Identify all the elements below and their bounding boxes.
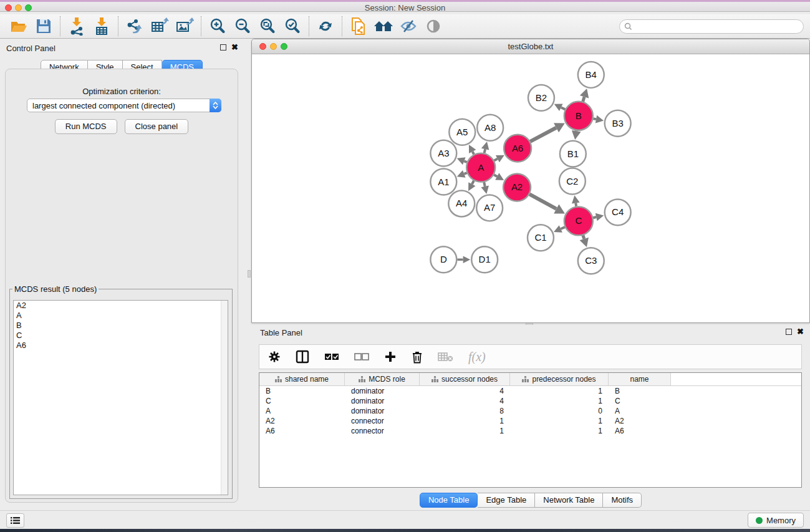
mcds-result-item[interactable]: A <box>14 311 228 321</box>
table-cell[interactable]: 1 <box>510 387 609 395</box>
mcds-result-item[interactable]: B <box>14 321 228 331</box>
zoom-in-icon[interactable] <box>205 16 230 37</box>
save-session-icon[interactable] <box>31 16 56 37</box>
open-file-icon[interactable] <box>6 16 31 37</box>
table-cell[interactable]: dominator <box>345 397 420 405</box>
tab-motifs[interactable]: Motifs <box>603 493 642 508</box>
search-input[interactable] <box>635 22 803 31</box>
zoom-fit-icon[interactable] <box>255 16 280 37</box>
clone-network-icon[interactable] <box>346 16 371 37</box>
import-table-icon[interactable] <box>89 16 114 37</box>
table-cell[interactable]: A <box>609 407 671 415</box>
mcds-result-item[interactable]: A6 <box>14 341 228 351</box>
table-cell[interactable]: A6 <box>609 427 671 435</box>
unselect-all-columns-icon[interactable] <box>354 353 369 361</box>
edge-A-A7[interactable] <box>484 182 485 186</box>
delete-table-icon[interactable] <box>438 352 453 362</box>
table-cell[interactable]: A2 <box>609 417 671 425</box>
table-settings-icon[interactable] <box>268 351 281 363</box>
table-cell[interactable]: 1 <box>510 427 609 435</box>
table-cell[interactable]: B <box>259 387 345 395</box>
close-panel-button[interactable]: Close panel <box>125 119 189 134</box>
table-cell[interactable]: 1 <box>420 427 510 435</box>
criterion-dropdown[interactable]: largest connected component (directed) <box>27 99 221 112</box>
mcds-result-item[interactable]: C <box>14 331 228 341</box>
function-builder-icon[interactable]: f(x) <box>468 350 486 364</box>
home-icon[interactable] <box>371 16 396 37</box>
table-cell[interactable]: C <box>259 397 345 405</box>
edge-A2-C[interactable] <box>529 194 556 208</box>
edge-B-B3[interactable] <box>593 118 596 119</box>
table-cell[interactable]: A2 <box>259 417 345 425</box>
table-cell[interactable]: B <box>609 387 671 395</box>
export-network-icon[interactable] <box>122 16 147 37</box>
edge-A-A5[interactable] <box>473 152 474 154</box>
table-cell[interactable]: A <box>259 407 345 415</box>
table-row[interactable]: Bdominator41B <box>259 386 801 396</box>
tab-network-table[interactable]: Network Table <box>535 493 603 508</box>
column-header-predecessor-nodes[interactable]: predecessor nodes <box>510 373 609 385</box>
zoom-out-icon[interactable] <box>230 16 255 37</box>
search-box[interactable] <box>619 19 804 34</box>
column-header-MCDS-role[interactable]: MCDS role <box>345 373 420 385</box>
memory-button[interactable]: Memory <box>748 513 804 528</box>
table-row[interactable]: Cdominator41C <box>259 396 801 406</box>
node-table[interactable]: shared nameMCDS rolesuccessor nodesprede… <box>259 372 802 488</box>
edge-A-A8[interactable] <box>485 149 485 153</box>
network-graph[interactable]: AA1A3A5A8A4A7A6A2BB2B4B3B1CC2C4C1C3DD1 <box>253 54 809 322</box>
edge-A-A1[interactable] <box>464 173 467 174</box>
table-cell[interactable]: connector <box>345 427 420 435</box>
mcds-result-list[interactable]: A2ABCA6 <box>13 300 228 495</box>
import-network-icon[interactable] <box>64 16 89 37</box>
edge-A-A2[interactable] <box>494 175 497 177</box>
table-cell[interactable]: connector <box>345 417 420 425</box>
table-row[interactable]: Adominator80A <box>259 406 801 416</box>
column-header-successor-nodes[interactable]: successor nodes <box>420 373 510 385</box>
edge-A-A3[interactable] <box>464 161 467 162</box>
table-cell[interactable]: 1 <box>510 417 609 425</box>
show-all-icon[interactable] <box>421 16 446 37</box>
hide-selected-icon[interactable] <box>396 16 421 37</box>
table-cell[interactable]: 4 <box>420 387 510 395</box>
column-header-name[interactable]: name <box>609 373 671 385</box>
edge-B-B4[interactable] <box>583 97 584 102</box>
edge-A-A4[interactable] <box>472 181 474 185</box>
edge-C-C3[interactable] <box>583 235 584 239</box>
export-image-icon[interactable] <box>172 16 197 37</box>
float-panel-icon[interactable] <box>220 44 226 51</box>
close-table-panel-icon[interactable]: ✖ <box>797 329 804 335</box>
edge-C-C1[interactable] <box>561 227 565 229</box>
table-row[interactable]: A6connector11A6 <box>259 426 801 436</box>
delete-column-icon[interactable] <box>412 351 423 364</box>
add-column-icon[interactable] <box>384 351 397 363</box>
network-canvas[interactable]: AA1A3A5A8A4A7A6A2BB2B4B3B1CC2C4C1C3DD1 <box>253 54 809 322</box>
edge-C-C4[interactable] <box>593 217 596 218</box>
mcds-result-item[interactable]: A2 <box>14 301 228 311</box>
export-table-icon[interactable] <box>147 16 172 37</box>
select-all-columns-icon[interactable] <box>324 353 339 361</box>
tab-node-table[interactable]: Node Table <box>420 493 478 508</box>
mcds-list-scrollbar[interactable] <box>221 301 228 495</box>
close-panel-icon[interactable]: ✖ <box>231 44 238 51</box>
table-cell[interactable]: C <box>609 397 671 405</box>
tab-edge-table[interactable]: Edge Table <box>478 493 535 508</box>
table-cell[interactable]: 0 <box>510 407 609 415</box>
column-header-shared-name[interactable]: shared name <box>259 373 345 385</box>
column-panel-icon[interactable] <box>296 350 309 364</box>
vertical-splitter-handle[interactable] <box>248 270 251 278</box>
table-row[interactable]: A2connector11A2 <box>259 416 801 426</box>
run-mcds-button[interactable]: Run MCDS <box>55 119 117 134</box>
table-cell[interactable]: dominator <box>345 407 420 415</box>
table-cell[interactable]: 1 <box>420 417 510 425</box>
edge-A6-B[interactable] <box>530 128 556 142</box>
edge-B-B2[interactable] <box>561 107 566 109</box>
edge-A-A6[interactable] <box>494 159 498 161</box>
task-history-icon[interactable] <box>6 513 24 528</box>
table-cell[interactable]: dominator <box>345 387 420 395</box>
zoom-selected-icon[interactable] <box>280 16 305 37</box>
float-table-panel-icon[interactable] <box>786 329 792 335</box>
table-cell[interactable]: 4 <box>420 397 510 405</box>
network-window-titlebar[interactable]: testGlobe.txt <box>252 39 809 54</box>
edge-C-C2[interactable] <box>576 203 576 206</box>
table-cell[interactable]: A6 <box>259 427 345 435</box>
